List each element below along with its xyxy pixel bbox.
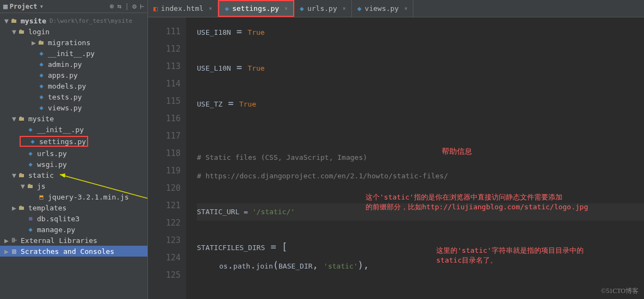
- close-icon[interactable]: ×: [343, 5, 346, 11]
- sidebar-title: Project: [10, 3, 38, 10]
- folder-icon: 🖿: [10, 16, 18, 25]
- tab-label: index.html: [161, 4, 203, 13]
- tree-label: models.py: [48, 82, 86, 90]
- folder-icon: 🖿: [17, 114, 26, 123]
- hide-icon[interactable]: ⊢: [140, 2, 144, 10]
- tree-label: mysite: [21, 17, 46, 25]
- tree-label: manage.py: [37, 226, 75, 234]
- tree-label: migrations: [48, 39, 90, 47]
- tree-item[interactable]: ◆tests.py: [0, 91, 147, 102]
- tree-label: static: [28, 171, 54, 179]
- python-icon: ◆: [37, 71, 46, 79]
- tree-label: templates: [28, 204, 66, 212]
- editor-tab[interactable]: ◆urls.py×: [294, 0, 352, 17]
- gear-icon[interactable]: ⚙: [132, 2, 137, 10]
- project-tree: ▼🖿 mysite D:\work\for_test\mysite ▼🖿 log…: [0, 13, 147, 299]
- python-icon: ◆: [26, 160, 35, 169]
- tree-item[interactable]: ◆admin.py: [0, 59, 147, 70]
- tree-label: settings.py: [39, 138, 86, 146]
- tree-label: External Libraries: [21, 236, 97, 245]
- tree-external-libs[interactable]: ▶⊪ External Libraries: [0, 235, 147, 246]
- annotation-static-url: 这个'static'指的是你在浏览器中直接访问静态文件需要添加 的前缀部分，比如…: [366, 192, 588, 212]
- tab-label: settings.py: [232, 4, 279, 13]
- project-sidebar: ▦ Project ▾ ⊕ ⇆ | ⚙ ⊢ ▼🖿 mysite D:\work\…: [0, 0, 148, 299]
- locate-icon[interactable]: ⊕: [110, 2, 114, 10]
- tree-item[interactable]: ◆__init__.py: [0, 48, 147, 59]
- close-icon[interactable]: ×: [284, 5, 288, 11]
- tree-folder-mysite[interactable]: ▼🖿 mysite: [0, 113, 147, 124]
- tree-folder-templates[interactable]: ▶🖿 templates: [0, 202, 147, 213]
- tree-label: jquery-3.2.1.min.js: [48, 193, 129, 201]
- tree-label: login: [28, 28, 49, 36]
- project-icon: ▦: [3, 2, 8, 10]
- python-icon: ◆: [357, 4, 362, 13]
- python-icon: ◆: [225, 4, 229, 13]
- annotation-line: 的前缀部分，比如http://liujiangblog.com/static/l…: [366, 202, 588, 212]
- tab-label: urls.py: [307, 4, 337, 13]
- python-icon: ◆: [37, 60, 46, 68]
- annotation-help: 帮助信息: [442, 147, 472, 157]
- tree-label: wsgi.py: [37, 160, 67, 169]
- tree-label: mysite: [28, 115, 54, 123]
- collapse-icon[interactable]: ⇆: [117, 2, 122, 10]
- tree-file-jquery[interactable]: ⬒ jquery-3.2.1.min.js: [0, 191, 147, 202]
- tree-folder-login[interactable]: ▼🖿 login: [0, 26, 147, 37]
- folder-icon: 🖿: [37, 38, 46, 47]
- python-icon: ◆: [37, 49, 46, 58]
- editor-panel: ◧index.html×◆settings.py×◆urls.py×◆views…: [148, 0, 644, 299]
- annotation-line: 这里的'static'字符串就是指的项目目录中的: [436, 246, 584, 256]
- tree-label: __init__.py: [48, 49, 95, 58]
- js-icon: ⬒: [37, 192, 46, 201]
- editor-tabs: ◧index.html×◆settings.py×◆urls.py×◆views…: [148, 0, 644, 17]
- tree-item[interactable]: ▶🖿migrations: [0, 37, 147, 48]
- folder-icon: 🖿: [17, 27, 26, 36]
- tree-folder-static[interactable]: ▼🖿 static: [0, 170, 147, 180]
- tree-label: js: [37, 182, 46, 190]
- editor-tab[interactable]: ◧index.html×: [148, 0, 218, 17]
- python-icon: ◆: [26, 125, 35, 134]
- folder-icon: 🖿: [17, 171, 26, 179]
- db-icon: ≡: [26, 214, 35, 223]
- tree-item[interactable]: ◆wsgi.py: [0, 159, 147, 170]
- tree-item[interactable]: ◆urls.py: [0, 148, 147, 159]
- tree-scratches[interactable]: ▶▤ Scratches and Consoles: [0, 246, 147, 257]
- annotation-line: static目录名了。: [436, 256, 584, 265]
- annotation-line: 这个'static'指的是你在浏览器中直接访问静态文件需要添加: [366, 192, 588, 202]
- line-gutter: 1111121131141151161171181191201211221231…: [148, 17, 186, 299]
- tree-label: urls.py: [37, 149, 67, 158]
- code-area: 1111121131141151161171181191201211221231…: [148, 17, 644, 299]
- library-icon: ⊪: [10, 236, 18, 245]
- folder-icon: 🖿: [26, 182, 35, 190]
- tree-item[interactable]: ◆__init__.py: [0, 124, 147, 135]
- folder-icon: 🖿: [17, 203, 26, 212]
- python-icon: ◆: [37, 82, 46, 90]
- tree-label: __init__.py: [37, 126, 84, 134]
- tree-label: admin.py: [48, 60, 82, 68]
- tree-item[interactable]: ◆settings.py: [0, 135, 147, 148]
- tree-folder-js[interactable]: ▼🖿 js: [0, 180, 147, 191]
- watermark: ©51CTO博客: [601, 286, 639, 296]
- tree-file-db[interactable]: ≡ db.sqlite3: [0, 213, 147, 224]
- close-icon[interactable]: ×: [404, 5, 407, 11]
- sidebar-header: ▦ Project ▾ ⊕ ⇆ | ⚙ ⊢: [0, 0, 147, 13]
- close-icon[interactable]: ×: [209, 5, 212, 11]
- python-icon: ◆: [300, 4, 304, 13]
- tree-label: tests.py: [48, 93, 82, 101]
- tree-item[interactable]: ◆models.py: [0, 80, 147, 91]
- tree-label: apps.py: [48, 71, 78, 79]
- tree-path: D:\work\for_test\mysite: [49, 17, 132, 24]
- python-icon: ◆: [37, 92, 46, 101]
- editor-tab[interactable]: ◆views.py×: [352, 0, 413, 17]
- python-icon: ◆: [37, 103, 46, 112]
- dropdown-icon[interactable]: ▾: [39, 2, 44, 10]
- tree-item[interactable]: ◆views.py: [0, 102, 147, 113]
- scratches-icon: ▤: [10, 247, 18, 256]
- svg-marker-1: [60, 173, 65, 178]
- editor-tab[interactable]: ◆settings.py×: [218, 0, 294, 17]
- tree-label: Scratches and Consoles: [21, 247, 114, 256]
- html-icon: ◧: [153, 4, 158, 13]
- tree-item[interactable]: ◆apps.py: [0, 70, 147, 80]
- tab-label: views.py: [365, 4, 399, 13]
- tree-root[interactable]: ▼🖿 mysite D:\work\for_test\mysite: [0, 15, 147, 26]
- tree-file-manage[interactable]: ◆ manage.py: [0, 224, 147, 235]
